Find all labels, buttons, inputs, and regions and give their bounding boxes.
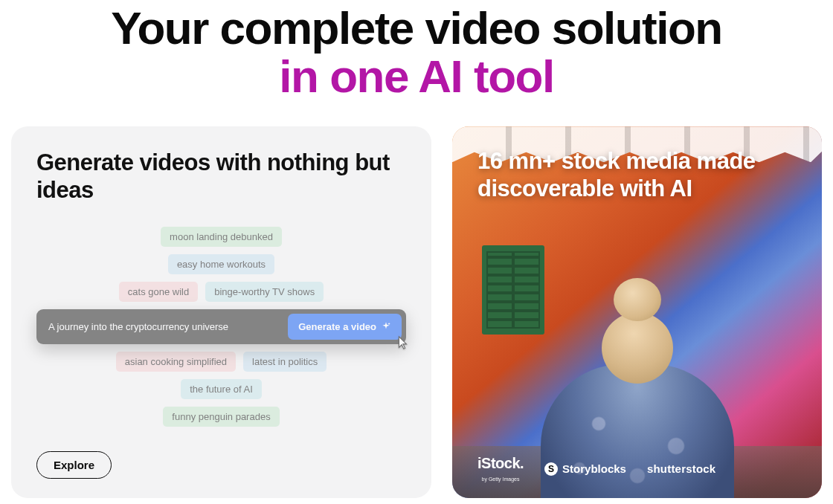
- istock-logo-subtext: by Getty Images: [482, 476, 520, 482]
- shutterstock-logo: shutterstock: [647, 462, 715, 475]
- chips-area: moon landing debunked easy home workouts…: [36, 227, 406, 452]
- cards-row: Generate videos with nothing but ideas m…: [0, 126, 833, 498]
- suggestion-chip[interactable]: asian cooking simplified: [116, 352, 236, 372]
- explore-button[interactable]: Explore: [36, 451, 112, 479]
- istock-logo-text: iStock.: [477, 456, 524, 471]
- suggestion-chip[interactable]: binge-worthy TV shows: [205, 282, 324, 302]
- storyblocks-logo: S Storyblocks: [544, 462, 626, 476]
- prompt-bar[interactable]: A journey into the cryptocurrency univer…: [36, 309, 406, 344]
- hero-line-2: in one AI tool: [0, 52, 833, 100]
- suggestion-chip[interactable]: moon landing debunked: [161, 227, 282, 247]
- suggestion-chip[interactable]: cats gone wild: [119, 282, 198, 302]
- generate-video-button[interactable]: Generate a video: [288, 314, 402, 340]
- suggestion-chip[interactable]: easy home workouts: [168, 254, 274, 274]
- storyblocks-icon: S: [544, 462, 558, 476]
- suggestion-chip[interactable]: the future of AI: [181, 379, 262, 399]
- generate-card: Generate videos with nothing but ideas m…: [11, 126, 431, 498]
- suggestion-chip[interactable]: funny penguin parades: [163, 407, 279, 427]
- stock-media-card[interactable]: 16 mn+ stock media made discoverable wit…: [452, 126, 822, 498]
- generate-card-title: Generate videos with nothing but ideas: [36, 149, 406, 204]
- prompt-bar-wrap: A journey into the cryptocurrency univer…: [36, 309, 406, 344]
- sparkle-icon: [381, 321, 391, 332]
- hero-line-1: Your complete video solution: [0, 4, 833, 52]
- prompt-text: A journey into the cryptocurrency univer…: [48, 321, 288, 332]
- storyblocks-logo-text: Storyblocks: [562, 462, 626, 475]
- hero-heading: Your complete video solution in one AI t…: [0, 0, 833, 100]
- stock-media-card-title: 16 mn+ stock media made discoverable wit…: [477, 147, 797, 202]
- partner-logos-row: iStock. by Getty Images S Storyblocks sh…: [477, 456, 715, 482]
- istock-logo: iStock. by Getty Images: [477, 456, 524, 482]
- suggestion-chip[interactable]: latest in politics: [243, 352, 327, 372]
- generate-video-label: Generate a video: [298, 321, 376, 332]
